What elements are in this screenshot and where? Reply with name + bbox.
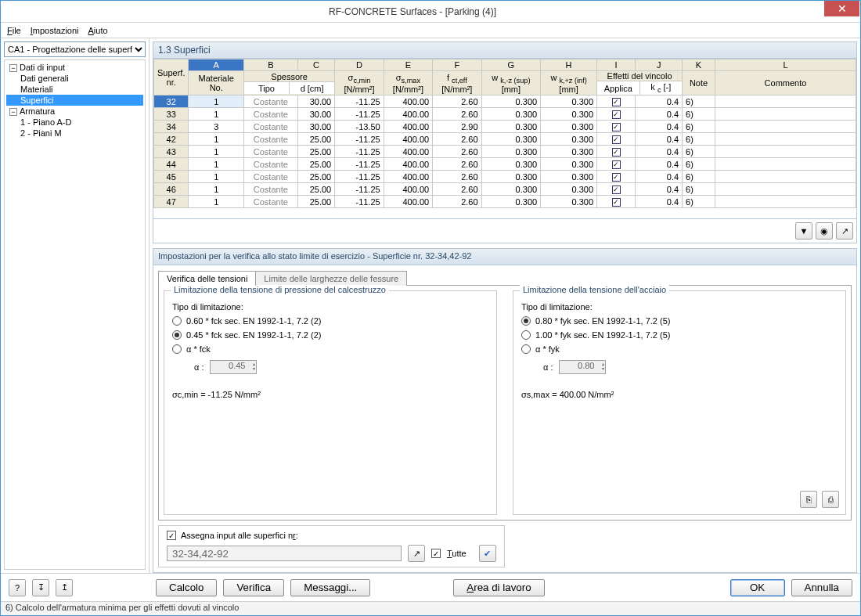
cell-wkz2[interactable]: 0.300 xyxy=(541,146,597,158)
ok-button[interactable]: OK xyxy=(730,579,785,596)
collapse-icon[interactable]: − xyxy=(9,108,17,116)
hdr-eff[interactable]: Effetti del vincoloApplicak c [-] xyxy=(597,71,683,95)
cell-appl[interactable]: ✓ xyxy=(597,158,636,171)
hdr-ssmax[interactable]: σs,max[N/mm²] xyxy=(384,71,432,95)
pick-icon[interactable]: ↗ xyxy=(836,222,853,240)
cell-mat[interactable]: 1 xyxy=(189,196,243,208)
cell-tipo[interactable]: Costante xyxy=(243,146,297,158)
cell-d[interactable]: 25.00 xyxy=(297,196,334,208)
cell-tipo[interactable]: Costante xyxy=(243,171,297,183)
cell-appl[interactable]: ✓ xyxy=(597,196,636,208)
eye-icon[interactable]: ◉ xyxy=(816,222,833,240)
col-I[interactable]: I xyxy=(597,59,636,71)
cell-kc[interactable]: 0.4 xyxy=(636,183,683,196)
cell-tipo[interactable]: Costante xyxy=(243,196,297,208)
cell-note[interactable]: 6) xyxy=(683,158,715,171)
cell-scmin[interactable]: -11.25 xyxy=(335,183,384,196)
hdr-scmin[interactable]: σc,min[N/mm²] xyxy=(335,71,384,95)
cell-note[interactable]: 6) xyxy=(683,95,715,108)
hdr-spess[interactable]: SpessoreTipod [cm] xyxy=(243,71,334,95)
cell-tipo[interactable]: Costante xyxy=(243,133,297,146)
table-row[interactable]: 451Costante25.00-11.25400.002.600.3000.3… xyxy=(154,171,856,183)
col-E[interactable]: E xyxy=(384,59,432,71)
cell-kc[interactable]: 0.4 xyxy=(636,171,683,183)
cell-kc[interactable]: 0.4 xyxy=(636,196,683,208)
hdr-fct[interactable]: f ct,eff[N/mm²] xyxy=(433,71,481,95)
cell-wkz[interactable]: 0.300 xyxy=(481,121,541,133)
steel-radio-100[interactable]: 1.00 * fyk sec. EN 1992-1-1, 7.2 (5) xyxy=(521,330,838,340)
assign-checkbox[interactable] xyxy=(167,531,176,540)
col-C[interactable]: C xyxy=(297,59,334,71)
copy-left-icon[interactable]: ⎘ xyxy=(800,491,817,508)
filter-icon[interactable]: ▼ xyxy=(795,222,812,240)
cell-wkz2[interactable]: 0.300 xyxy=(541,196,597,208)
cell-comm[interactable] xyxy=(715,158,856,171)
verifica-button[interactable]: Verifica xyxy=(223,579,284,596)
hdr-note[interactable]: Note xyxy=(683,71,715,95)
cell-d[interactable]: 25.00 xyxy=(297,158,334,171)
concrete-alpha-input[interactable]: 0.45 xyxy=(210,360,257,374)
cell-kc[interactable]: 0.4 xyxy=(636,146,683,158)
cell-wkz2[interactable]: 0.300 xyxy=(541,171,597,183)
row-nr[interactable]: 43 xyxy=(154,146,189,158)
cell-wkz[interactable]: 0.300 xyxy=(481,196,541,208)
cell-comm[interactable] xyxy=(715,133,856,146)
cell-mat[interactable]: 1 xyxy=(189,95,243,108)
col-L[interactable]: L xyxy=(715,59,856,71)
cell-wkz2[interactable]: 0.300 xyxy=(541,133,597,146)
cell-appl[interactable]: ✓ xyxy=(597,171,636,183)
nav-tree[interactable]: −Dati di input Dati generali Materiali S… xyxy=(4,59,146,570)
concrete-radio-045[interactable]: 0.45 * fck sec. EN 1992-1-1, 7.2 (2) xyxy=(172,330,488,340)
cell-wkz2[interactable]: 0.300 xyxy=(541,158,597,171)
cell-fct[interactable]: 2.60 xyxy=(433,133,481,146)
cell-wkz[interactable]: 0.300 xyxy=(481,146,541,158)
cell-comm[interactable] xyxy=(715,95,856,108)
assign-input[interactable] xyxy=(167,546,402,561)
row-nr[interactable]: 34 xyxy=(154,121,189,133)
row-nr[interactable]: 42 xyxy=(154,133,189,146)
row-nr[interactable]: 45 xyxy=(154,171,189,183)
collapse-icon[interactable]: − xyxy=(9,64,17,72)
cell-kc[interactable]: 0.4 xyxy=(636,158,683,171)
cell-appl[interactable]: ✓ xyxy=(597,108,636,121)
apply-icon[interactable]: ✔ xyxy=(479,545,496,562)
cell-wkz[interactable]: 0.300 xyxy=(481,183,541,196)
cell-note[interactable]: 6) xyxy=(683,133,715,146)
hdr-wkz2[interactable]: w k,+z (inf)[mm] xyxy=(541,71,597,95)
cell-mat[interactable]: 1 xyxy=(189,108,243,121)
cell-tipo[interactable]: Costante xyxy=(243,108,297,121)
col-J[interactable]: J xyxy=(636,59,683,71)
tree-root[interactable]: −Dati di input xyxy=(6,62,143,73)
steel-radio-alpha[interactable]: α * fyk xyxy=(521,344,838,354)
tab-larghezze-fessure[interactable]: Limite delle larghezze delle fessure xyxy=(255,271,407,286)
hdr-comm[interactable]: Commento xyxy=(715,71,856,95)
annulla-button[interactable]: Annulla xyxy=(791,579,852,596)
close-button[interactable]: ✕ xyxy=(824,1,859,16)
tree-dati-generali[interactable]: Dati generali xyxy=(6,73,143,84)
cell-comm[interactable] xyxy=(715,108,856,121)
cell-appl[interactable]: ✓ xyxy=(597,133,636,146)
cell-wkz2[interactable]: 0.300 xyxy=(541,95,597,108)
tree-piano-ad[interactable]: 1 - Piano A-D xyxy=(6,117,143,128)
steel-alpha-input[interactable]: 0.80 xyxy=(559,360,606,374)
cell-wkz[interactable]: 0.300 xyxy=(481,158,541,171)
col-B[interactable]: B xyxy=(243,59,297,71)
table-row[interactable]: 343Costante30.00-13.50400.002.900.3000.3… xyxy=(154,121,856,133)
concrete-radio-060[interactable]: 0.60 * fck sec. EN 1992-1-1, 7.2 (2) xyxy=(172,316,488,326)
cell-note[interactable]: 6) xyxy=(683,121,715,133)
cell-tipo[interactable]: Costante xyxy=(243,121,297,133)
cell-ssmax[interactable]: 400.00 xyxy=(384,183,432,196)
table-row[interactable]: 471Costante25.00-11.25400.002.600.3000.3… xyxy=(154,196,856,208)
pick-surfaces-icon[interactable]: ↗ xyxy=(408,545,425,562)
cell-fct[interactable]: 2.60 xyxy=(433,183,481,196)
cell-note[interactable]: 6) xyxy=(683,171,715,183)
cell-mat[interactable]: 3 xyxy=(189,121,243,133)
cell-mat[interactable]: 1 xyxy=(189,183,243,196)
cell-appl[interactable]: ✓ xyxy=(597,121,636,133)
menu-help[interactable]: Aiuto xyxy=(88,26,108,35)
tab-verifica-tensioni[interactable]: Verifica delle tensioni xyxy=(158,271,256,286)
table-row[interactable]: 441Costante25.00-11.25400.002.600.3000.3… xyxy=(154,158,856,171)
menu-settings[interactable]: Impostazioni xyxy=(31,26,79,35)
messaggi-button[interactable]: Messaggi... xyxy=(290,579,370,596)
cell-scmin[interactable]: -11.25 xyxy=(335,158,384,171)
